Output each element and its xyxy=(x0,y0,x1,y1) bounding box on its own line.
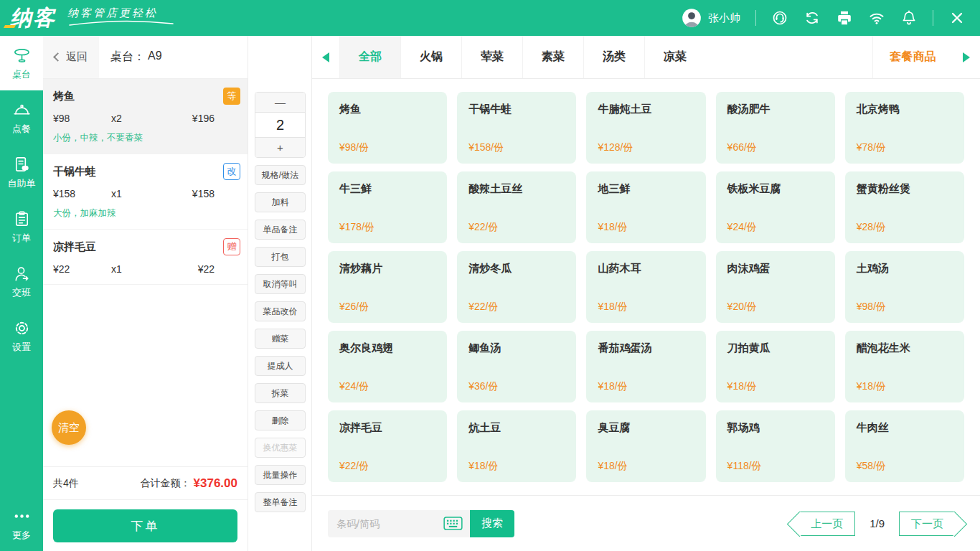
quantity-plus-button[interactable]: + xyxy=(255,138,305,157)
back-button-label: 返回 xyxy=(66,50,88,64)
commission-person-button[interactable]: 提成人 xyxy=(255,356,306,376)
cloud-sync-icon[interactable] xyxy=(804,9,821,27)
item-note-button[interactable]: 单品备注 xyxy=(255,220,306,240)
menu-item-card[interactable]: 鲫鱼汤¥36/份 xyxy=(457,331,576,402)
category-scroll-right-button[interactable] xyxy=(953,36,980,78)
barcode-search-field xyxy=(328,510,470,537)
cancel-hold-button[interactable]: 取消等叫 xyxy=(255,274,306,294)
order-item-total: ¥22 xyxy=(163,263,215,275)
combo-products-tab[interactable]: 套餐商品 xyxy=(872,36,953,78)
search-button[interactable]: 搜索 xyxy=(470,510,514,537)
category-tab-soup[interactable]: 汤类 xyxy=(583,36,644,78)
order-item-note: 大份，加麻加辣 xyxy=(53,207,237,220)
submit-order-button[interactable]: 下单 xyxy=(53,509,237,542)
menu-item-card[interactable]: 酸辣土豆丝¥22/份 xyxy=(457,171,576,243)
back-button[interactable]: 返回 xyxy=(43,36,99,78)
order-total-label: 合计金额： xyxy=(141,477,191,490)
menu-item-card[interactable]: 清炒藕片¥26/份 xyxy=(328,251,447,323)
menu-item-price: ¥36/份 xyxy=(468,380,565,393)
sidebar-item-label: 交班 xyxy=(12,286,31,299)
printer-icon[interactable] xyxy=(836,9,853,27)
menu-item-card[interactable]: 醋泡花生米¥18/份 xyxy=(845,331,964,402)
sidebar-item-orders[interactable]: 订单 xyxy=(0,199,43,254)
menu-item-name: 山药木耳 xyxy=(598,262,694,276)
menu-item-card[interactable]: 奥尔良鸡翅¥24/份 xyxy=(328,331,447,402)
menu-item-name: 炕土豆 xyxy=(468,421,565,435)
menu-item-card[interactable]: 铁板米豆腐¥24/份 xyxy=(716,171,835,243)
order-item-amounts: ¥158 x1 ¥158 xyxy=(53,188,237,199)
category-tab-vegetable[interactable]: 素菜 xyxy=(522,36,583,78)
menu-item-card[interactable]: 刀拍黄瓜¥18/份 xyxy=(716,331,835,402)
order-item-price: ¥158 xyxy=(53,188,111,199)
menu-item-card[interactable]: 牛肉丝¥58/份 xyxy=(845,410,964,482)
menu-item-name: 醋泡花生米 xyxy=(857,342,953,355)
menu-item-card[interactable]: 肉沫鸡蛋¥20/份 xyxy=(716,251,835,323)
close-icon[interactable] xyxy=(948,9,966,27)
menu-item-card[interactable]: 臭豆腐¥18/份 xyxy=(586,410,705,482)
menu-item-card[interactable]: 蟹黄粉丝煲¥28/份 xyxy=(845,171,964,243)
batch-operations-button[interactable]: 批量操作 xyxy=(255,465,306,485)
sidebar-item-shift-change[interactable]: 交班 xyxy=(0,254,43,309)
menu-item-name: 凉拌毛豆 xyxy=(339,421,435,435)
order-item-row[interactable]: 烤鱼 等 ¥98 x2 ¥196 小份，中辣，不要香菜 xyxy=(43,79,248,154)
menu-item-card[interactable]: 山药木耳¥18/份 xyxy=(586,251,705,323)
menu-item-card[interactable]: 土鸡汤¥98/份 xyxy=(845,251,964,323)
quantity-minus-button[interactable]: — xyxy=(255,93,305,112)
barcode-input[interactable] xyxy=(336,518,443,529)
sidebar: 桌台 点餐 自助单 xyxy=(0,36,43,551)
order-item-qty: x2 xyxy=(111,113,163,124)
self-order-icon xyxy=(12,155,32,174)
sidebar-item-order-food[interactable]: 点餐 xyxy=(0,90,43,145)
menu-item-card[interactable]: 干锅牛蛙¥158/份 xyxy=(457,92,576,164)
category-tab-meat[interactable]: 荤菜 xyxy=(461,36,522,78)
add-topping-button[interactable]: 加料 xyxy=(255,192,306,212)
menu-item-card[interactable]: 牛腩炖土豆¥128/份 xyxy=(586,92,705,164)
menu-item-card[interactable]: 清炒冬瓜¥22/份 xyxy=(457,251,576,323)
triangle-right-icon xyxy=(963,52,970,62)
clear-order-button[interactable]: 清空 xyxy=(52,410,86,445)
barcode-search-group: 搜索 xyxy=(328,510,514,537)
spec-method-button[interactable]: 规格/做法 xyxy=(255,165,306,185)
support-icon[interactable] xyxy=(771,9,788,27)
modified-badge: 改 xyxy=(223,163,240,180)
order-note-button[interactable]: 整单备注 xyxy=(255,492,306,512)
change-price-button[interactable]: 菜品改价 xyxy=(255,301,306,321)
delete-item-button[interactable]: 删除 xyxy=(255,410,306,430)
cloche-icon xyxy=(12,100,32,120)
menu-item-card[interactable]: 地三鲜¥18/份 xyxy=(586,171,705,243)
order-item-row[interactable]: 干锅牛蛙 改 ¥158 x1 ¥158 大份，加麻加辣 xyxy=(43,154,248,230)
category-scroll-left-button[interactable] xyxy=(312,36,339,78)
menu-item-card[interactable]: 北京烤鸭¥78/份 xyxy=(845,92,964,164)
sidebar-item-tables[interactable]: 桌台 xyxy=(0,36,43,90)
prev-page-button[interactable]: 上一页 xyxy=(799,512,855,536)
user-account[interactable]: 张小帅 xyxy=(682,8,740,28)
menu-item-card[interactable]: 烤鱼¥98/份 xyxy=(328,92,447,164)
category-tab-all[interactable]: 全部 xyxy=(339,36,400,78)
topbar-actions: 张小帅 xyxy=(682,8,980,28)
menu-item-name: 地三鲜 xyxy=(598,182,694,196)
wifi-icon[interactable] xyxy=(868,9,885,27)
virtual-keyboard-icon[interactable] xyxy=(443,517,463,530)
menu-item-card[interactable]: 炕土豆¥18/份 xyxy=(457,410,576,482)
menu-item-price: ¥18/份 xyxy=(598,380,694,393)
next-page-button[interactable]: 下一页 xyxy=(899,512,955,536)
menu-item-card[interactable]: 牛三鲜¥178/份 xyxy=(328,171,447,243)
order-item-row[interactable]: 凉拌毛豆 赠 ¥22 x1 ¥22 xyxy=(43,230,248,285)
order-item-price: ¥22 xyxy=(53,263,111,275)
sidebar-item-settings[interactable]: 设置 xyxy=(0,309,43,363)
order-item-name: 凉拌毛豆 xyxy=(53,240,237,254)
gift-dish-button[interactable]: 赠菜 xyxy=(255,329,306,349)
bell-icon[interactable] xyxy=(900,9,918,27)
menu-item-name: 北京烤鸭 xyxy=(857,103,953,116)
split-dish-button[interactable]: 拆菜 xyxy=(255,383,306,403)
sidebar-item-more[interactable]: 更多 xyxy=(0,501,43,547)
takeout-pack-button[interactable]: 打包 xyxy=(255,247,306,267)
category-tab-cold[interactable]: 凉菜 xyxy=(644,36,705,78)
user-name: 张小帅 xyxy=(708,11,740,25)
sidebar-item-self-order[interactable]: 自助单 xyxy=(0,145,43,199)
menu-item-card[interactable]: 郭场鸡¥118/份 xyxy=(716,410,835,482)
category-tab-hotpot[interactable]: 火锅 xyxy=(400,36,461,78)
menu-item-card[interactable]: 酸汤肥牛¥66/份 xyxy=(716,92,835,164)
menu-item-card[interactable]: 番茄鸡蛋汤¥18/份 xyxy=(586,331,705,402)
menu-item-card[interactable]: 凉拌毛豆¥22/份 xyxy=(328,410,447,482)
